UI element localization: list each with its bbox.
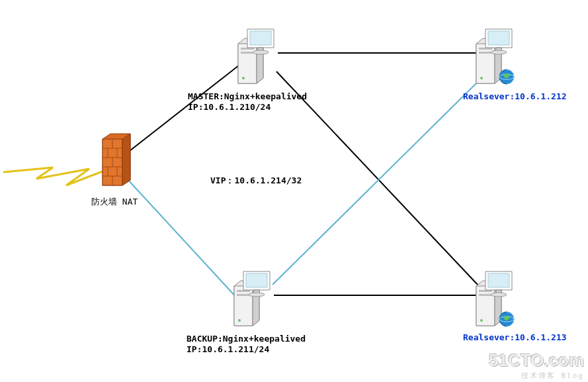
backup-label-line1: BACKUP:Nginx+keepalived xyxy=(187,334,306,344)
master-label-line1: MASTER:Nginx+keepalived xyxy=(188,91,307,101)
links-backup xyxy=(127,79,480,299)
master-server-icon xyxy=(238,29,274,83)
watermark: 51CTO.com 技术博客 Blog xyxy=(489,350,584,381)
backup-label-line2: IP:10.6.1.211/24 xyxy=(187,344,269,354)
link-fw-backup xyxy=(127,179,238,299)
firewall-label: 防火墙 NAT xyxy=(91,196,138,208)
vip-label: VIP：10.6.1.214/32 xyxy=(210,175,302,187)
realserver-1-icon xyxy=(476,29,514,84)
realserver-2-icon xyxy=(476,271,514,326)
watermark-brand: 51CTO.com xyxy=(489,350,584,371)
topology-svg xyxy=(0,0,588,382)
svg-marker-2 xyxy=(122,134,130,185)
link-master-rs2 xyxy=(276,72,479,286)
diagram-canvas: 防火墙 NAT MASTER:Nginx+keepalived IP:10.6.… xyxy=(0,0,588,382)
backup-server-icon xyxy=(234,271,270,326)
firewall-icon xyxy=(103,134,130,185)
realserver-2-label: Realsever:10.6.1.213 xyxy=(463,332,567,342)
master-label-line2: IP:10.6.1.210/24 xyxy=(188,102,271,112)
watermark-sub: 技术博客 Blog xyxy=(489,371,584,381)
lightning-icon xyxy=(3,167,109,185)
links-primary xyxy=(127,53,479,295)
realserver-1-label: Realsever:10.6.1.212 xyxy=(463,91,567,101)
